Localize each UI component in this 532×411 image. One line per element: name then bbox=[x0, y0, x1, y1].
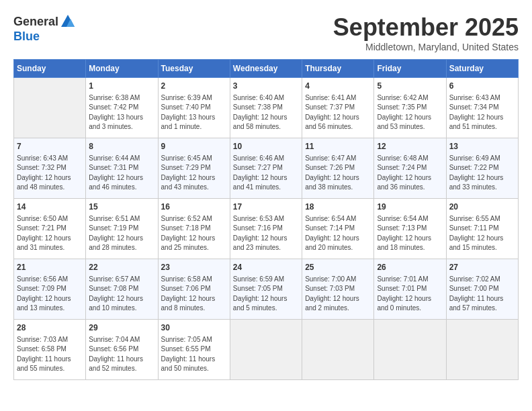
day-info: Sunrise: 6:57 AM Sunset: 7:08 PM Dayligh… bbox=[89, 275, 154, 314]
day-number: 29 bbox=[89, 322, 154, 334]
calendar-cell: 30Sunrise: 7:05 AM Sunset: 6:55 PM Dayli… bbox=[158, 320, 230, 380]
day-info: Sunrise: 6:54 AM Sunset: 7:14 PM Dayligh… bbox=[305, 214, 371, 253]
month-title: September 2025 bbox=[333, 13, 519, 42]
day-info: Sunrise: 7:05 AM Sunset: 6:55 PM Dayligh… bbox=[161, 335, 227, 374]
day-number: 21 bbox=[17, 262, 83, 273]
calendar-cell: 16Sunrise: 6:52 AM Sunset: 7:18 PM Dayli… bbox=[158, 199, 230, 259]
day-number: 7 bbox=[17, 141, 83, 152]
calendar-cell: 10Sunrise: 6:46 AM Sunset: 7:27 PM Dayli… bbox=[230, 138, 302, 199]
calendar-cell bbox=[230, 320, 302, 380]
calendar-cell: 1Sunrise: 6:38 AM Sunset: 7:42 PM Daylig… bbox=[86, 78, 158, 138]
day-info: Sunrise: 6:46 AM Sunset: 7:27 PM Dayligh… bbox=[233, 154, 299, 193]
calendar-cell: 6Sunrise: 6:43 AM Sunset: 7:34 PM Daylig… bbox=[446, 78, 518, 138]
day-number: 9 bbox=[161, 141, 227, 152]
day-number: 6 bbox=[449, 81, 515, 92]
column-header-monday: Monday bbox=[86, 60, 158, 78]
day-info: Sunrise: 6:41 AM Sunset: 7:37 PM Dayligh… bbox=[305, 93, 371, 132]
day-number: 24 bbox=[233, 262, 299, 273]
column-header-wednesday: Wednesday bbox=[230, 60, 302, 78]
day-info: Sunrise: 6:53 AM Sunset: 7:16 PM Dayligh… bbox=[233, 214, 299, 253]
day-info: Sunrise: 6:54 AM Sunset: 7:13 PM Dayligh… bbox=[377, 214, 443, 253]
day-number: 2 bbox=[161, 81, 227, 92]
calendar-cell: 28Sunrise: 7:03 AM Sunset: 6:58 PM Dayli… bbox=[14, 320, 86, 380]
day-number: 15 bbox=[89, 201, 154, 213]
day-info: Sunrise: 6:44 AM Sunset: 7:31 PM Dayligh… bbox=[89, 154, 154, 193]
day-info: Sunrise: 6:52 AM Sunset: 7:18 PM Dayligh… bbox=[161, 214, 227, 253]
calendar-cell: 21Sunrise: 6:56 AM Sunset: 7:09 PM Dayli… bbox=[14, 259, 86, 320]
day-number: 25 bbox=[305, 262, 371, 273]
calendar-cell bbox=[302, 320, 374, 380]
calendar-cell bbox=[374, 320, 446, 380]
calendar-cell: 3Sunrise: 6:40 AM Sunset: 7:38 PM Daylig… bbox=[230, 78, 302, 138]
day-number: 22 bbox=[89, 262, 154, 273]
day-number: 8 bbox=[89, 141, 154, 152]
day-number: 12 bbox=[377, 141, 443, 152]
day-number: 23 bbox=[161, 262, 227, 273]
day-info: Sunrise: 6:56 AM Sunset: 7:09 PM Dayligh… bbox=[17, 275, 83, 314]
day-number: 27 bbox=[449, 262, 515, 273]
day-info: Sunrise: 7:01 AM Sunset: 7:01 PM Dayligh… bbox=[377, 275, 443, 314]
day-number: 13 bbox=[449, 141, 515, 152]
day-number: 1 bbox=[89, 81, 154, 92]
calendar-table: SundayMondayTuesdayWednesdayThursdayFrid… bbox=[13, 59, 519, 380]
calendar-cell: 12Sunrise: 6:48 AM Sunset: 7:24 PM Dayli… bbox=[374, 138, 446, 199]
calendar-cell: 11Sunrise: 6:47 AM Sunset: 7:26 PM Dayli… bbox=[302, 138, 374, 199]
logo-general-text: General bbox=[13, 15, 58, 29]
calendar-cell: 25Sunrise: 7:00 AM Sunset: 7:03 PM Dayli… bbox=[302, 259, 374, 320]
day-info: Sunrise: 6:42 AM Sunset: 7:35 PM Dayligh… bbox=[377, 93, 443, 132]
day-number: 10 bbox=[233, 141, 299, 152]
calendar-cell: 29Sunrise: 7:04 AM Sunset: 6:56 PM Dayli… bbox=[86, 320, 158, 380]
day-info: Sunrise: 6:49 AM Sunset: 7:22 PM Dayligh… bbox=[449, 154, 515, 193]
logo-blue-text: Blue bbox=[13, 30, 40, 44]
day-info: Sunrise: 6:38 AM Sunset: 7:42 PM Dayligh… bbox=[89, 93, 154, 132]
column-header-tuesday: Tuesday bbox=[158, 60, 230, 78]
day-number: 18 bbox=[305, 201, 371, 213]
day-info: Sunrise: 6:48 AM Sunset: 7:24 PM Dayligh… bbox=[377, 154, 443, 193]
day-info: Sunrise: 7:00 AM Sunset: 7:03 PM Dayligh… bbox=[305, 275, 371, 314]
day-info: Sunrise: 7:02 AM Sunset: 7:00 PM Dayligh… bbox=[449, 275, 515, 314]
location-text: Middletown, Maryland, United States bbox=[333, 42, 519, 52]
day-number: 4 bbox=[305, 81, 371, 92]
calendar-cell: 2Sunrise: 6:39 AM Sunset: 7:40 PM Daylig… bbox=[158, 78, 230, 138]
day-number: 28 bbox=[17, 322, 83, 334]
day-number: 11 bbox=[305, 141, 371, 152]
calendar-cell: 15Sunrise: 6:51 AM Sunset: 7:19 PM Dayli… bbox=[86, 199, 158, 259]
column-header-friday: Friday bbox=[374, 60, 446, 78]
day-number: 16 bbox=[161, 201, 227, 213]
day-info: Sunrise: 6:45 AM Sunset: 7:29 PM Dayligh… bbox=[161, 154, 227, 193]
calendar-week-row: 28Sunrise: 7:03 AM Sunset: 6:58 PM Dayli… bbox=[14, 320, 519, 380]
calendar-cell: 17Sunrise: 6:53 AM Sunset: 7:16 PM Dayli… bbox=[230, 199, 302, 259]
calendar-cell: 23Sunrise: 6:58 AM Sunset: 7:06 PM Dayli… bbox=[158, 259, 230, 320]
column-header-thursday: Thursday bbox=[302, 60, 374, 78]
day-info: Sunrise: 6:58 AM Sunset: 7:06 PM Dayligh… bbox=[161, 275, 227, 314]
day-number: 14 bbox=[17, 201, 83, 213]
day-number: 17 bbox=[233, 201, 299, 213]
calendar-cell: 13Sunrise: 6:49 AM Sunset: 7:22 PM Dayli… bbox=[446, 138, 518, 199]
day-number: 20 bbox=[449, 201, 515, 213]
logo-icon bbox=[60, 13, 76, 30]
calendar-cell: 18Sunrise: 6:54 AM Sunset: 7:14 PM Dayli… bbox=[302, 199, 374, 259]
calendar-cell: 19Sunrise: 6:54 AM Sunset: 7:13 PM Dayli… bbox=[374, 199, 446, 259]
calendar-cell: 9Sunrise: 6:45 AM Sunset: 7:29 PM Daylig… bbox=[158, 138, 230, 199]
calendar-cell: 20Sunrise: 6:55 AM Sunset: 7:11 PM Dayli… bbox=[446, 199, 518, 259]
day-number: 3 bbox=[233, 81, 299, 92]
calendar-week-row: 21Sunrise: 6:56 AM Sunset: 7:09 PM Dayli… bbox=[14, 259, 519, 320]
day-info: Sunrise: 6:59 AM Sunset: 7:05 PM Dayligh… bbox=[233, 275, 299, 314]
calendar-cell bbox=[14, 78, 86, 138]
page-header: General Blue September 2025 Middletown, … bbox=[13, 13, 519, 52]
day-number: 26 bbox=[377, 262, 443, 273]
calendar-header-row: SundayMondayTuesdayWednesdayThursdayFrid… bbox=[14, 60, 519, 78]
day-info: Sunrise: 6:55 AM Sunset: 7:11 PM Dayligh… bbox=[449, 214, 515, 253]
calendar-week-row: 7Sunrise: 6:43 AM Sunset: 7:32 PM Daylig… bbox=[14, 138, 519, 199]
title-block: September 2025 Middletown, Maryland, Uni… bbox=[333, 13, 519, 52]
column-header-saturday: Saturday bbox=[446, 60, 518, 78]
calendar-week-row: 1Sunrise: 6:38 AM Sunset: 7:42 PM Daylig… bbox=[14, 78, 519, 138]
calendar-cell: 27Sunrise: 7:02 AM Sunset: 7:00 PM Dayli… bbox=[446, 259, 518, 320]
column-header-sunday: Sunday bbox=[14, 60, 86, 78]
day-number: 5 bbox=[377, 81, 443, 92]
calendar-cell: 4Sunrise: 6:41 AM Sunset: 7:37 PM Daylig… bbox=[302, 78, 374, 138]
calendar-cell: 8Sunrise: 6:44 AM Sunset: 7:31 PM Daylig… bbox=[86, 138, 158, 199]
day-info: Sunrise: 6:39 AM Sunset: 7:40 PM Dayligh… bbox=[161, 93, 227, 132]
calendar-cell: 5Sunrise: 6:42 AM Sunset: 7:35 PM Daylig… bbox=[374, 78, 446, 138]
day-info: Sunrise: 7:04 AM Sunset: 6:56 PM Dayligh… bbox=[89, 335, 154, 374]
